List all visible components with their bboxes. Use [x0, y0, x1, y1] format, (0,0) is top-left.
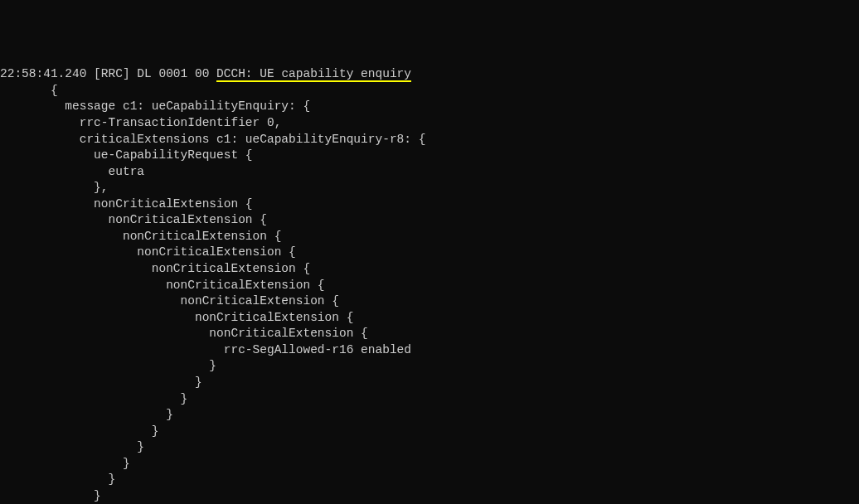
- log-line: nonCriticalExtension {: [0, 212, 859, 229]
- log-line: }: [0, 407, 859, 424]
- log-header-line: 22:58:41.240 [RRC] DL 0001 00 DCCH: UE c…: [0, 66, 859, 83]
- log-line: nonCriticalExtension {: [0, 293, 859, 310]
- log-line: eutra: [0, 164, 859, 181]
- log-line: nonCriticalExtension {: [0, 196, 859, 213]
- log-line: rrc-TransactionIdentifier 0,: [0, 115, 859, 132]
- log-line: rrc-SegAllowed-r16 enabled: [0, 342, 859, 359]
- log-line: }: [0, 391, 859, 408]
- log-header-pre: [RRC] DL 0001 00: [86, 67, 216, 80]
- log-header-underlined: DCCH: UE capability enquiry: [216, 67, 411, 82]
- log-line: nonCriticalExtension {: [0, 229, 859, 245]
- log-line: nonCriticalExtension {: [0, 261, 859, 278]
- log-line: nonCriticalExtension {: [0, 278, 859, 294]
- log-line: nonCriticalExtension {: [0, 310, 859, 327]
- log-line: nonCriticalExtension {: [0, 326, 859, 342]
- log-line: }: [0, 375, 859, 391]
- log-line: message c1: ueCapabilityEnquiry: {: [0, 99, 859, 115]
- log-line: {: [0, 83, 859, 99]
- log-timestamp: 22:58:41.240: [0, 67, 86, 80]
- log-line: criticalExtensions c1: ueCapabilityEnqui…: [0, 132, 859, 148]
- log-line: }: [0, 472, 859, 488]
- log-line: ue-CapabilityRequest {: [0, 148, 859, 164]
- log-line: }: [0, 456, 859, 472]
- log-line: },: [0, 180, 859, 196]
- log-line: }: [0, 439, 859, 456]
- log-line: }: [0, 488, 859, 504]
- log-line: }: [0, 358, 859, 375]
- log-line: }: [0, 424, 859, 440]
- log-line: nonCriticalExtension {: [0, 245, 859, 261]
